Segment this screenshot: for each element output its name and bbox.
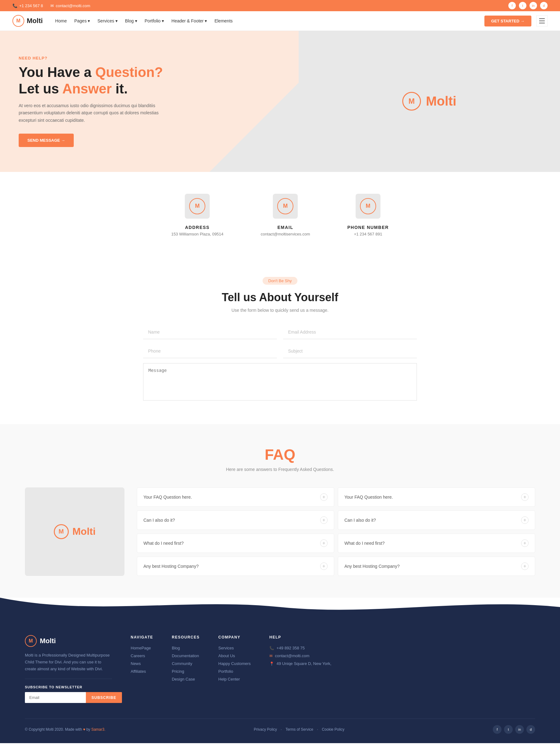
nav-services[interactable]: Services ▾ xyxy=(97,18,118,23)
get-started-button[interactable]: GET STARTED → xyxy=(484,16,532,26)
faq-item[interactable]: What do I need first? + xyxy=(338,534,535,553)
faq-item[interactable]: Your FAQ Question here. + xyxy=(137,488,334,507)
company-heading: COMPANY xyxy=(219,635,251,639)
dribbble-icon[interactable]: d xyxy=(540,2,547,9)
form-row-3 xyxy=(143,363,417,400)
company-portfolio-link[interactable]: Portfolio xyxy=(219,669,251,674)
faq-title: FAQ xyxy=(25,446,535,463)
newsletter-label: SUBSCRIBE TO NEWSLETTER xyxy=(25,685,112,689)
faq-expand-icon: + xyxy=(320,493,328,501)
nav-blog[interactable]: Blog ▾ xyxy=(125,18,137,23)
hero-title-it: it. xyxy=(112,81,128,96)
nav-elements[interactable]: Elements xyxy=(214,18,232,23)
hero-logo-icon: M xyxy=(402,92,421,111)
faq-item[interactable]: What do I need first? + xyxy=(137,534,334,553)
faq-expand-icon: + xyxy=(521,539,528,547)
faq-question: What do I need first? xyxy=(345,541,385,546)
email-title: EMAIL xyxy=(261,225,310,230)
faq-item[interactable]: Any best Hosting Company? + xyxy=(338,557,535,576)
form-badge: Don't Be Shy xyxy=(263,277,297,285)
footer-brand: M Molti Molti is a Professionally Design… xyxy=(25,635,112,703)
faq-content: M Molti Your FAQ Question here. + Your F… xyxy=(25,488,535,576)
resources-heading: RESOURCES xyxy=(172,635,200,639)
nav-affiliates-link[interactable]: Affiliates xyxy=(131,669,153,674)
email-icon: ✉ xyxy=(50,3,54,8)
help-address-text: 49 Uniqe Square D, New York, xyxy=(276,661,331,666)
twitter-icon[interactable]: t xyxy=(519,2,526,9)
hamburger-menu[interactable] xyxy=(536,15,547,26)
hero-title-text: You Have a xyxy=(19,64,95,80)
hero-title-letus: Let us xyxy=(19,81,62,96)
address-icon-box: M xyxy=(185,194,210,219)
help-email-address: contact@molti.com xyxy=(275,653,310,658)
contact-phone-card: M PHONE NUMBER +1 234 567 891 xyxy=(347,194,389,236)
footer-instagram-icon[interactable]: in xyxy=(515,725,524,734)
footer-social-icons: f t in d xyxy=(493,725,535,734)
nav-home[interactable]: Home xyxy=(55,18,67,23)
contact-form xyxy=(143,325,417,400)
topbar-contact: 📞 +1 234 567 8 ✉ contact@molti.com xyxy=(13,3,90,8)
company-aboutus-link[interactable]: About Us xyxy=(219,653,251,658)
company-helpcenter-link[interactable]: Help Center xyxy=(219,677,251,682)
email-input[interactable] xyxy=(283,325,417,339)
nav-news-link[interactable]: News xyxy=(131,661,153,666)
navbar: M Molti Home Pages ▾ Services ▾ Blog ▾ P… xyxy=(0,11,560,31)
footer-logo: M Molti xyxy=(25,635,112,647)
instagram-icon[interactable]: in xyxy=(530,2,537,9)
res-community-link[interactable]: Community xyxy=(172,661,200,666)
email-detail: contact@moltiservices.com xyxy=(261,232,310,236)
privacy-policy-link[interactable]: Privacy Policy xyxy=(254,727,277,732)
faq-expand-icon: + xyxy=(320,516,328,524)
address-icon: M xyxy=(189,198,205,214)
phone-input[interactable] xyxy=(143,344,277,358)
nav-homepage-link[interactable]: HomePage xyxy=(131,646,153,650)
res-documentation-link[interactable]: Documentation xyxy=(172,653,200,658)
contact-address-card: M ADDRESS 153 Williamson Plaza, 09514 xyxy=(171,194,223,236)
email-icon-inner: M xyxy=(277,198,293,214)
faq-question: Any best Hosting Company? xyxy=(143,564,199,569)
name-input[interactable] xyxy=(143,325,277,339)
faq-item[interactable]: Can I also do it? + xyxy=(137,511,334,530)
send-message-button[interactable]: SEND MESSAGE → xyxy=(19,134,74,147)
footer-help-column: HELP 📞 +49 892 358 75 ✉ contact@molti.co… xyxy=(269,635,331,703)
nav-pages[interactable]: Pages ▾ xyxy=(74,18,90,23)
email-icon-box: M xyxy=(273,194,298,219)
newsletter-email-input[interactable] xyxy=(25,692,86,703)
message-textarea[interactable] xyxy=(143,363,417,400)
form-title: Tell us About Yourself xyxy=(13,291,547,304)
faq-expand-icon: + xyxy=(320,562,328,570)
footer-twitter-icon[interactable]: t xyxy=(504,725,513,734)
res-blog-link[interactable]: Blog xyxy=(172,646,200,650)
logo[interactable]: M Molti xyxy=(13,15,43,27)
hero-description: At vero eos et accusamus iusto odio dign… xyxy=(19,102,168,124)
hero-right: M Molti xyxy=(299,31,560,172)
faq-header: FAQ Here are some answers to Frequently … xyxy=(25,446,535,472)
faq-item[interactable]: Your FAQ Question here. + xyxy=(338,488,535,507)
company-services-link[interactable]: Services xyxy=(219,646,251,650)
faq-question: What do I need first? xyxy=(143,541,184,546)
form-row-1 xyxy=(143,325,417,339)
footer-logo-text: Molti xyxy=(40,637,56,645)
phone-title: PHONE NUMBER xyxy=(347,225,389,230)
facebook-icon[interactable]: f xyxy=(509,2,516,9)
faq-item[interactable]: Can I also do it? + xyxy=(338,511,535,530)
nav-right: GET STARTED → xyxy=(484,15,547,26)
hamburger-line xyxy=(539,21,545,21)
res-designcase-link[interactable]: Design Case xyxy=(172,677,200,682)
nav-careers-link[interactable]: Careers xyxy=(131,653,153,658)
footer-facebook-icon[interactable]: f xyxy=(493,725,501,734)
faq-item[interactable]: Any best Hosting Company? + xyxy=(137,557,334,576)
company-happycustomers-link[interactable]: Happy Customers xyxy=(219,661,251,666)
faq-question: Can I also do it? xyxy=(143,518,175,522)
nav-portfolio[interactable]: Portfolio ▾ xyxy=(145,18,164,23)
contact-email-card: M EMAIL contact@moltiservices.com xyxy=(261,194,310,236)
subject-input[interactable] xyxy=(283,344,417,358)
footer-dribbble-icon[interactable]: d xyxy=(526,725,535,734)
res-pricing-link[interactable]: Pricing xyxy=(172,669,200,674)
nav-header-footer[interactable]: Header & Footer ▾ xyxy=(171,18,207,23)
location-icon: 📍 xyxy=(269,662,274,666)
hamburger-line xyxy=(539,23,545,23)
newsletter-subscribe-button[interactable]: SUBSCRIBE xyxy=(86,692,122,703)
terms-service-link[interactable]: Terms of Service xyxy=(286,727,313,732)
cookie-policy-link[interactable]: Cookie Policy xyxy=(322,727,345,732)
